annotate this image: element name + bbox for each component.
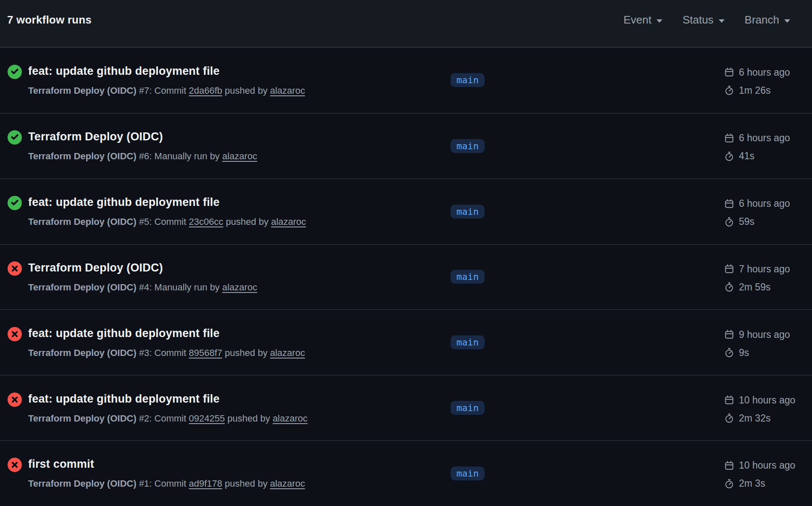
workflow-run-row: first commit Terraform Deploy (OIDC) #1:… (0, 440, 812, 506)
runs-list-header: 7 workflow runs Event Status Branch (0, 0, 812, 47)
run-texts: Terraform Deploy (OIDC) Terraform Deploy… (28, 261, 257, 293)
commit-link[interactable]: ad9f178 (189, 478, 222, 489)
run-subtitle: Terraform Deploy (OIDC) #5: Commit 23c06… (28, 216, 306, 228)
run-texts: feat: update github deployment file Terr… (28, 64, 305, 97)
chevron-down-icon (656, 19, 662, 23)
run-date-line: 9 hours ago (724, 329, 812, 340)
run-subtitle: Terraform Deploy (OIDC) #4: Manually run… (28, 282, 257, 293)
run-texts: feat: update github deployment file Terr… (28, 326, 305, 359)
time-cell: 7 hours ago 2m 59s (724, 264, 812, 293)
run-duration-line: 41s (724, 150, 812, 162)
branch-cell: main (451, 73, 724, 87)
filter-bar: Event Status Branch (623, 13, 790, 26)
calendar-icon (724, 199, 734, 209)
commit-link[interactable]: 89568f7 (189, 348, 222, 358)
actor-link[interactable]: alazaroc (270, 85, 305, 96)
actor-link[interactable]: alazaroc (270, 478, 305, 489)
subtitle-text: #5: Commit (137, 216, 189, 227)
run-title-link[interactable]: Terraform Deploy (OIDC) (28, 129, 257, 144)
branch-cell: main (451, 466, 724, 480)
branch-badge[interactable]: main (451, 139, 485, 153)
run-title-link[interactable]: feat: update github deployment file (28, 392, 308, 406)
run-subtitle: Terraform Deploy (OIDC) #7: Commit 2da66… (28, 85, 305, 97)
run-date: 7 hours ago (739, 264, 790, 275)
run-duration: 2m 59s (739, 282, 770, 293)
status-icon (8, 130, 22, 145)
branch-badge[interactable]: main (451, 335, 485, 349)
event-filter-button[interactable]: Event (623, 13, 662, 26)
branch-cell: main (451, 335, 724, 349)
check-circle-icon (8, 196, 22, 210)
actor-link[interactable]: alazaroc (222, 151, 257, 161)
workflow-run-row: feat: update github deployment file Terr… (0, 375, 812, 440)
run-title-link[interactable]: first commit (28, 457, 305, 471)
calendar-icon (724, 67, 734, 77)
run-summary: feat: update github deployment file Terr… (0, 392, 451, 424)
status-filter-button[interactable]: Status (683, 13, 725, 26)
run-date-line: 6 hours ago (724, 198, 812, 209)
run-date-line: 7 hours ago (724, 264, 812, 275)
run-date-line: 10 hours ago (724, 395, 812, 406)
run-date: 6 hours ago (739, 132, 790, 144)
run-title-link[interactable]: feat: update github deployment file (28, 326, 305, 340)
check-circle-icon (8, 65, 22, 79)
actor-link[interactable]: alazaroc (271, 216, 306, 227)
workflow-run-row: feat: update github deployment file Terr… (0, 47, 812, 113)
commit-link[interactable]: 2da66fb (189, 85, 222, 96)
run-date: 10 hours ago (739, 460, 795, 471)
run-duration: 9s (739, 347, 749, 358)
branch-cell: main (451, 139, 724, 153)
subtitle-text: #6: Manually run by (137, 151, 222, 161)
workflow-run-row: feat: update github deployment file Terr… (0, 309, 812, 375)
time-cell: 6 hours ago 41s (724, 132, 812, 162)
workflow-name: Terraform Deploy (OIDC) (28, 348, 137, 358)
branch-filter-button[interactable]: Branch (745, 13, 790, 26)
run-title-link[interactable]: feat: update github deployment file (28, 195, 306, 209)
time-cell: 10 hours ago 2m 3s (724, 460, 812, 489)
run-texts: feat: update github deployment file Terr… (28, 195, 306, 228)
status-filter-label: Status (683, 13, 714, 26)
subtitle-text: #1: Commit (137, 478, 189, 489)
run-date: 10 hours ago (739, 395, 795, 406)
run-date-line: 6 hours ago (724, 67, 812, 78)
status-icon (8, 393, 22, 407)
subtitle-text: #7: Commit (137, 85, 189, 96)
run-date: 6 hours ago (739, 67, 790, 78)
status-icon (8, 196, 22, 210)
calendar-icon (724, 329, 734, 340)
commit-link[interactable]: 23c06cc (189, 216, 223, 227)
time-cell: 6 hours ago 59s (724, 198, 812, 227)
branch-badge[interactable]: main (451, 401, 485, 415)
branch-badge[interactable]: main (451, 73, 485, 87)
subtitle-text: pushed by (222, 348, 270, 358)
subtitle-text: pushed by (223, 216, 271, 227)
run-subtitle: Terraform Deploy (OIDC) #3: Commit 89568… (28, 347, 305, 359)
actor-link[interactable]: alazaroc (222, 282, 257, 293)
run-date: 9 hours ago (739, 329, 790, 340)
branch-filter-label: Branch (745, 13, 779, 26)
run-title-link[interactable]: feat: update github deployment file (28, 64, 305, 78)
actor-link[interactable]: alazaroc (273, 413, 308, 424)
run-title-link[interactable]: Terraform Deploy (OIDC) (28, 261, 257, 275)
x-circle-icon (8, 327, 22, 341)
commit-link[interactable]: 0924255 (189, 413, 225, 424)
run-subtitle: Terraform Deploy (OIDC) #2: Commit 09242… (28, 413, 308, 424)
run-subtitle: Terraform Deploy (OIDC) #1: Commit ad9f1… (28, 478, 305, 490)
run-duration-line: 1m 26s (724, 85, 812, 96)
branch-badge[interactable]: main (451, 270, 485, 284)
run-texts: first commit Terraform Deploy (OIDC) #1:… (28, 457, 305, 490)
run-date: 6 hours ago (739, 198, 790, 209)
x-circle-icon (8, 393, 22, 407)
subtitle-text: #3: Commit (137, 348, 189, 358)
calendar-icon (724, 461, 734, 471)
workflow-name: Terraform Deploy (OIDC) (28, 216, 137, 227)
actor-link[interactable]: alazaroc (270, 348, 305, 358)
chevron-down-icon (784, 19, 790, 23)
stopwatch-icon (724, 348, 734, 358)
x-circle-icon (8, 261, 22, 276)
subtitle-text: pushed by (222, 478, 270, 489)
run-duration: 41s (739, 150, 754, 162)
status-icon (8, 327, 22, 341)
branch-badge[interactable]: main (451, 466, 485, 480)
branch-badge[interactable]: main (451, 205, 485, 219)
